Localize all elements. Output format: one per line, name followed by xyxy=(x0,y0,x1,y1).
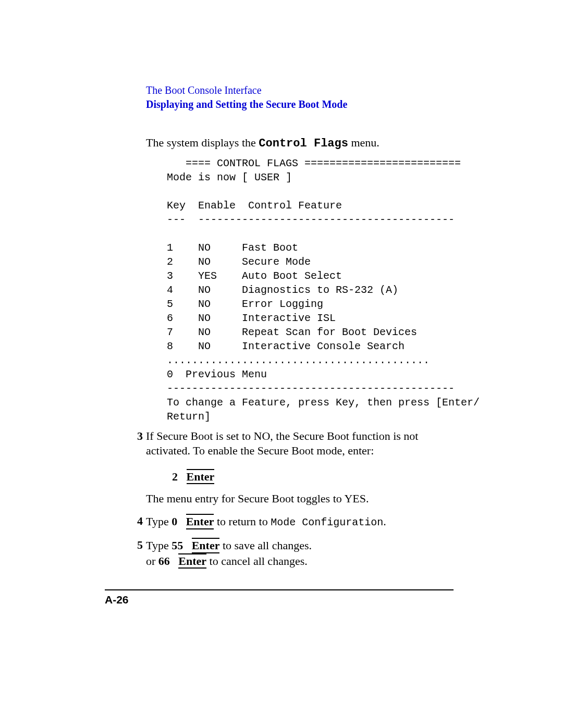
enter-key: Enter xyxy=(178,553,206,569)
enter-key: Enter xyxy=(187,469,215,484)
console-output: ==== CONTROL FLAGS =====================… xyxy=(167,156,454,424)
step-5-l2-post: to cancel all changes. xyxy=(210,554,308,567)
section-title: Displaying and Setting the Secure Boot M… xyxy=(146,98,454,110)
step-4-end: . xyxy=(383,515,386,528)
step-3: 3 If Secure Boot is set to NO, the Secur… xyxy=(146,429,454,459)
step-5-l1-code: 55 xyxy=(172,539,183,552)
step-5-text: Type 55 Enter to save all changes. or 66… xyxy=(146,538,454,569)
step-4-number: 4 xyxy=(130,514,143,529)
step-5-l1-post: to save all changes. xyxy=(223,539,312,552)
intro-code: Control Flags xyxy=(259,137,348,150)
step-4: 4 Type 0 Enter to return to Mode Configu… xyxy=(146,514,454,529)
step-3-text: If Secure Boot is set to NO, the Secure … xyxy=(146,429,454,459)
enter-key: Enter xyxy=(186,514,214,529)
step-5-number: 5 xyxy=(130,538,143,569)
step-4-mono: Mode Configuration xyxy=(271,516,383,528)
body: The system displays the Control Flags me… xyxy=(146,135,454,569)
step-3-number: 3 xyxy=(130,429,143,459)
footer-rule xyxy=(105,589,454,590)
document-page: The Boot Console Interface Displaying an… xyxy=(0,0,563,728)
intro-post: menu. xyxy=(348,136,380,149)
step-3-command: 2 Enter xyxy=(172,469,454,484)
intro-sentence: The system displays the Control Flags me… xyxy=(146,135,454,151)
step-3-cmd-num: 2 xyxy=(172,470,178,483)
step-3-result: The menu entry for Secure Boot toggles t… xyxy=(146,491,454,506)
step-5-l2-pre: or xyxy=(146,554,158,567)
intro-pre: The system displays the xyxy=(146,136,259,149)
page-number: A-26 xyxy=(105,594,129,606)
enter-key: Enter xyxy=(192,538,220,553)
step-4-mid: to return to xyxy=(217,515,271,528)
step-5: 5 Type 55 Enter to save all changes. or … xyxy=(146,538,454,569)
chapter-title: The Boot Console Interface xyxy=(146,83,454,97)
step-4-pre: Type xyxy=(146,515,172,528)
step-4-code-num: 0 xyxy=(172,515,177,528)
step-4-text: Type 0 Enter to return to Mode Configura… xyxy=(146,514,454,529)
step-5-l1-pre: Type xyxy=(146,539,172,552)
step-5-l2-code: 66 xyxy=(158,554,170,567)
